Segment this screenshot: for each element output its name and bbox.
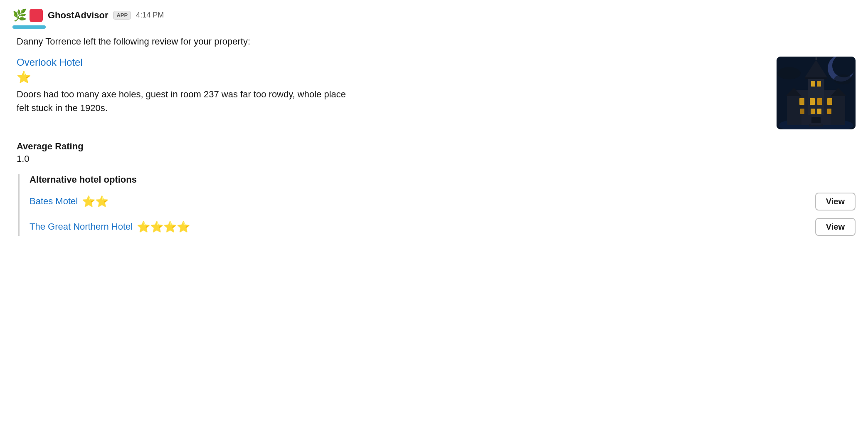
svg-rect-20 <box>817 109 821 114</box>
svg-rect-16 <box>817 98 822 105</box>
svg-rect-19 <box>811 109 815 114</box>
svg-rect-23 <box>805 77 827 79</box>
svg-rect-21 <box>827 109 831 114</box>
intro-text: Danny Torrence left the following review… <box>17 35 856 48</box>
bates-motel-view-button[interactable]: View <box>815 193 856 211</box>
alternatives-title: Alternative hotel options <box>30 174 856 185</box>
svg-point-25 <box>834 74 852 84</box>
alternative-item-left-2: The Great Northern Hotel ⭐⭐⭐⭐ <box>30 220 190 233</box>
alternative-item-bates-motel: Bates Motel ⭐⭐ View <box>30 193 856 211</box>
app-icons: 🌿 <box>12 8 43 22</box>
review-content: Overlook Hotel ⭐ Doors had too many axe … <box>17 57 777 115</box>
timestamp: 4:14 PM <box>136 11 164 20</box>
review-card: Overlook Hotel ⭐ Doors had too many axe … <box>17 57 856 129</box>
accent-bar <box>12 25 46 29</box>
svg-rect-8 <box>787 96 801 125</box>
review-stars: ⭐ <box>17 72 764 83</box>
svg-rect-13 <box>817 81 821 87</box>
average-rating-section: Average Rating 1.0 <box>17 141 856 164</box>
notification-content: Danny Torrence left the following review… <box>12 35 856 236</box>
svg-rect-12 <box>811 81 815 87</box>
svg-rect-18 <box>800 109 804 114</box>
great-northern-stars: ⭐⭐⭐⭐ <box>137 220 190 233</box>
hotel-image <box>777 57 856 129</box>
notification-header: 🌿 GhostAdvisor APP 4:14 PM <box>12 8 856 22</box>
great-northern-link[interactable]: The Great Northern Hotel <box>30 221 133 232</box>
svg-rect-5 <box>808 75 824 115</box>
ghost-icon: 🌿 <box>12 8 27 22</box>
hotel-name-link[interactable]: Overlook Hotel <box>17 57 764 68</box>
app-badge: APP <box>113 11 131 20</box>
svg-point-24 <box>777 67 801 79</box>
alternatives-section: Alternative hotel options Bates Motel ⭐⭐… <box>18 174 856 236</box>
average-rating-value: 1.0 <box>17 154 856 164</box>
app-name: GhostAdvisor <box>48 10 108 21</box>
review-text: Doors had too many axe holes, guest in r… <box>17 87 358 115</box>
average-rating-label: Average Rating <box>17 141 856 152</box>
svg-rect-17 <box>827 98 832 105</box>
svg-rect-15 <box>810 98 815 105</box>
svg-rect-27 <box>811 123 821 125</box>
alternative-item-great-northern: The Great Northern Hotel ⭐⭐⭐⭐ View <box>30 218 856 236</box>
alternative-item-left: Bates Motel ⭐⭐ <box>30 195 108 208</box>
bates-motel-link[interactable]: Bates Motel <box>30 196 78 207</box>
bates-motel-stars: ⭐⭐ <box>82 195 108 208</box>
svg-rect-9 <box>831 96 845 125</box>
svg-rect-14 <box>799 98 804 105</box>
app-logo <box>30 9 43 22</box>
great-northern-view-button[interactable]: View <box>815 218 856 236</box>
